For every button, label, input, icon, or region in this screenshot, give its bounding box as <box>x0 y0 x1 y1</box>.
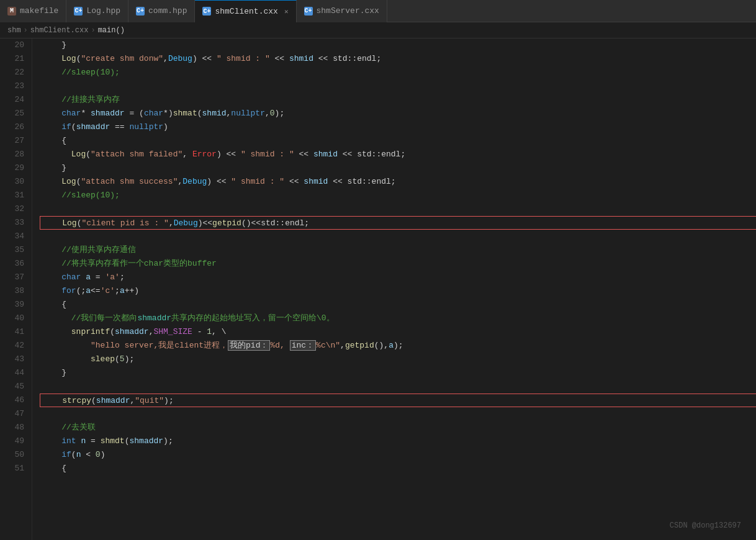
code-line-35: //使用共享内存通信 <box>42 243 756 257</box>
line-number-23: 23 <box>0 79 24 93</box>
line-number-32: 32 <box>0 202 24 216</box>
code-line-36: //将共享内存看作一个char类型的buffer <box>42 257 756 271</box>
breadcrumb: shm › shmClient.cxx › main() <box>0 22 756 38</box>
line-number-44: 44 <box>0 366 24 380</box>
code-line-29: } <box>42 161 756 175</box>
tab-label-makefile: makefile <box>20 6 58 16</box>
line-number-20: 20 <box>0 38 24 52</box>
tab-shmclient-cxx[interactable]: C+ shmClient.cxx ✕ <box>195 0 296 22</box>
code-line-50: if(n < 0) <box>42 448 756 462</box>
code-line-33: Log("client pid is : ",Debug)<<getpid()<… <box>40 216 756 230</box>
watermark: CSDN @dong132697 <box>670 521 741 530</box>
code-line-24: //挂接共享内存 <box>42 93 756 107</box>
code-line-27: { <box>42 134 756 148</box>
code-line-51: { <box>42 462 756 475</box>
code-line-22: //sleep(10); <box>42 66 756 79</box>
code-line-48: //去关联 <box>42 421 756 434</box>
code-line-28: Log("attach shm failed", Error) << " shm… <box>42 148 756 161</box>
code-line-39: { <box>42 298 756 312</box>
line-number-39: 39 <box>0 298 24 312</box>
comm-hpp-icon: C+ <box>136 7 145 16</box>
line-number-34: 34 <box>0 230 24 243</box>
breadcrumb-file: shmClient.cxx <box>30 26 89 35</box>
breadcrumb-function: main() <box>98 26 125 35</box>
line-number-45: 45 <box>0 380 24 394</box>
line-number-43: 43 <box>0 353 24 366</box>
tab-shmserver-cxx[interactable]: C+ shmServer.cxx <box>297 0 387 22</box>
line-number-26: 26 <box>0 120 24 134</box>
line-number-33: 33 <box>0 216 24 230</box>
line-number-35: 35 <box>0 243 24 257</box>
line-number-36: 36 <box>0 257 24 271</box>
line-number-28: 28 <box>0 148 24 161</box>
code-line-43: sleep(5); <box>42 353 756 366</box>
line-number-27: 27 <box>0 134 24 148</box>
line-number-42: 42 <box>0 339 24 353</box>
makefile-icon: M <box>7 7 16 16</box>
code-line-46: strcpy(shmaddr,"quit"); <box>40 394 756 407</box>
tab-label-shmclient-cxx: shmClient.cxx <box>215 7 277 16</box>
tab-label-shmserver-cxx: shmServer.cxx <box>317 6 379 16</box>
line-number-22: 22 <box>0 66 24 79</box>
line-number-38: 38 <box>0 284 24 298</box>
code-line-21: Log("create shm donw",Debug) << " shmid … <box>42 52 756 66</box>
code-line-40: //我们每一次都向shmaddr共享内存的起始地址写入，留一个空间给\0。 <box>42 312 756 325</box>
code-area[interactable]: } Log("create shm donw",Debug) << " shmi… <box>32 38 756 540</box>
line-number-50: 50 <box>0 448 24 462</box>
line-number-48: 48 <box>0 421 24 434</box>
tab-label-comm-hpp: comm.hpp <box>148 6 187 16</box>
tab-comm-hpp[interactable]: C+ comm.hpp <box>128 0 195 22</box>
line-number-30: 30 <box>0 175 24 189</box>
code-line-41: snprintf(shmaddr,SHM_SIZE - 1, \ <box>42 325 756 339</box>
code-line-30: Log("attach shm success",Debug) << " shm… <box>42 175 756 189</box>
tab-makefile[interactable]: M makefile <box>0 0 66 22</box>
tab-label-log-hpp: Log.hpp <box>86 6 120 16</box>
line-number-21: 21 <box>0 52 24 66</box>
line-number-51: 51 <box>0 462 24 475</box>
shmserver-cxx-icon: C+ <box>304 7 313 16</box>
tab-close-shmclient[interactable]: ✕ <box>284 7 289 16</box>
line-number-47: 47 <box>0 407 24 421</box>
code-line-45 <box>42 380 756 394</box>
code-line-26: if(shmaddr == nullptr) <box>42 120 756 134</box>
code-line-37: char a = 'a'; <box>42 271 756 284</box>
line-number-31: 31 <box>0 189 24 202</box>
shmclient-cxx-icon: C+ <box>202 7 211 16</box>
code-line-42: "hello server,我是client进程，我的pid：%d, inc：%… <box>42 339 756 353</box>
line-number-29: 29 <box>0 161 24 175</box>
code-line-25: char* shmaddr = (char*)shmat(shmid,nullp… <box>42 107 756 120</box>
tab-bar: M makefile C+ Log.hpp C+ comm.hpp C+ shm… <box>0 0 756 22</box>
line-number-46: 46 <box>0 394 24 407</box>
code-line-23 <box>42 79 756 93</box>
code-line-44: } <box>42 366 756 380</box>
line-number-41: 41 <box>0 325 24 339</box>
code-line-49: int n = shmdt(shmaddr); <box>42 434 756 448</box>
code-line-38: for(;a<='c';a++) <box>42 284 756 298</box>
code-line-31: //sleep(10); <box>42 189 756 202</box>
code-line-34 <box>42 230 756 243</box>
line-number-49: 49 <box>0 434 24 448</box>
line-numbers: 2021222324252627282930313233343536373839… <box>0 38 32 540</box>
line-number-40: 40 <box>0 312 24 325</box>
tab-log-hpp[interactable]: C+ Log.hpp <box>66 0 128 22</box>
line-number-37: 37 <box>0 271 24 284</box>
line-number-24: 24 <box>0 93 24 107</box>
breadcrumb-shm: shm <box>7 26 21 35</box>
code-line-20: } <box>42 38 756 52</box>
code-line-32 <box>42 202 756 216</box>
editor: 2021222324252627282930313233343536373839… <box>0 38 756 540</box>
log-hpp-icon: C+ <box>74 7 83 16</box>
line-number-25: 25 <box>0 107 24 120</box>
code-line-47 <box>42 407 756 421</box>
